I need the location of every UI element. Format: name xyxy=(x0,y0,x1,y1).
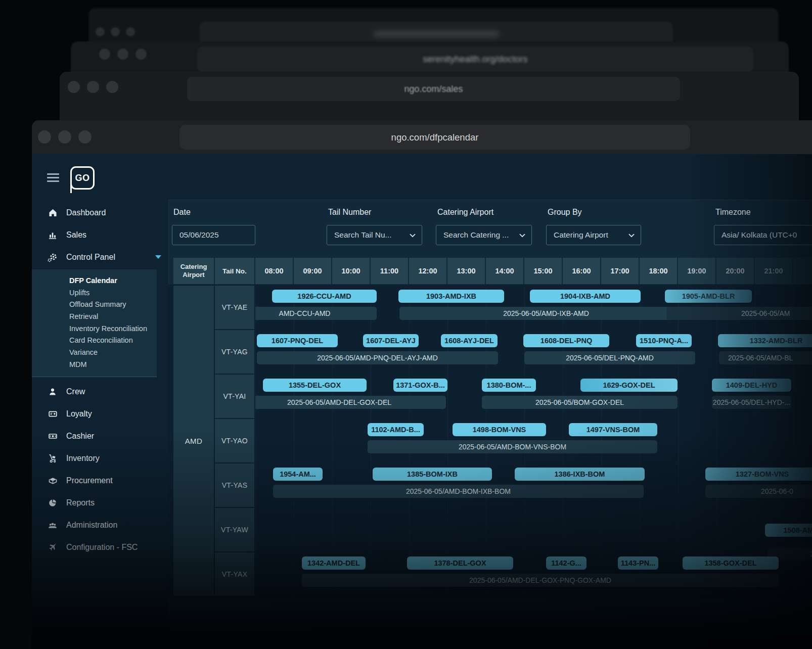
flight-bar-1608-ayj-del[interactable]: 1608-AYJ-DEL xyxy=(441,334,498,347)
submenu-item-variance[interactable]: Variance xyxy=(32,347,157,359)
flight-bar-1142-g[interactable]: 1142-G... xyxy=(546,557,587,570)
flight-bar-1607-del-ayj[interactable]: 1607-DEL-AYJ xyxy=(363,334,419,347)
window-controls xyxy=(68,81,118,93)
flight-bar-1926-ccu-amd[interactable]: 1926-CCU-AMD xyxy=(272,290,377,303)
group-bar-2025-06-05-amd-bom-vns-bom[interactable]: 2025-06-05/AMD-BOM-VNS-BOM xyxy=(368,440,657,453)
tail-number-select[interactable]: Search Tail Nu... xyxy=(327,225,422,245)
sidebar-item-label: Configuration - FSC xyxy=(66,543,138,552)
hour-header-2100: 21:00 xyxy=(755,258,792,284)
menu-toggle-button[interactable] xyxy=(47,173,59,182)
browser-chrome: ngo.com/dfpcalendar xyxy=(32,120,812,154)
sidebar-item-crew[interactable]: Crew xyxy=(32,381,168,403)
timeline-grid: 1926-CCU-AMD1903-AMD-IXB1904-IXB-AMD1905… xyxy=(255,286,812,598)
submenu-item-dfp-calendar[interactable]: DFP Calendar xyxy=(32,275,157,287)
browser-window: ngo.com/dfpcalendar GO DashboardSalesCon… xyxy=(32,120,812,649)
sidebar-item-loyalty[interactable]: Loyalty xyxy=(32,403,168,425)
flight-bar-1385-bom-ixb[interactable]: 1385-BOM-IXB xyxy=(373,468,492,481)
sidebar-item-label: Sales xyxy=(66,230,86,240)
close-icon xyxy=(96,27,105,36)
flight-bar-1903-amd-ixb[interactable]: 1903-AMD-IXB xyxy=(398,290,504,303)
close-icon[interactable] xyxy=(38,130,51,144)
flight-bar-1378-del-gox[interactable]: 1378-DEL-GOX xyxy=(407,557,513,570)
catering-airport-select[interactable]: Search Catering ... xyxy=(436,225,532,245)
group-bar-2025-06-05-amd-bl[interactable]: 2025-06-05/AMD-BL xyxy=(719,351,812,364)
sidebar-item-inventory[interactable]: Inventory xyxy=(32,447,168,470)
window-controls xyxy=(96,27,135,36)
hour-header-2000: 20:00 xyxy=(716,258,754,284)
group-bar-2025-06-05-amd-del-gox-del[interactable]: 2025-06-05/AMD-DEL-GOX-DEL xyxy=(255,396,446,409)
timezone-value: Asia/ Kolkata (UTC+0 xyxy=(721,230,797,240)
hour-header-partial xyxy=(793,258,812,284)
group-bar-2025-06-05-amd-del-gox-pnq-gox-amd[interactable]: 2025-06-05/AMD-DEL-GOX-PNQ-GOX-AMD xyxy=(302,574,779,587)
tail-number-label: Tail Number xyxy=(328,208,371,217)
group-bar-2025-06-05-amd-ixb-amd[interactable]: 2025-06-05/AMD-IXB-AMD xyxy=(399,307,693,320)
url-text: serenityhealth.org/doctors xyxy=(423,54,527,65)
flight-bar-1497-vns-bom[interactable]: 1497-VNS-BOM xyxy=(569,423,657,436)
minimize-icon[interactable] xyxy=(58,130,71,144)
submenu-item-offload-summary[interactable]: Offload Summary xyxy=(32,299,157,311)
flight-bar-1608-del-pnq[interactable]: 1608-DEL-PNQ xyxy=(523,334,609,347)
date-value: 05/06/2025 xyxy=(179,230,219,240)
group-bar-2025-06-05-amd-pnq-del-ayj-amd[interactable]: 2025-06-05/AMD-PNQ-DEL-AYJ-AMD xyxy=(257,351,498,364)
group-bar-2025-06-05-bom-gox-del[interactable]: 2025-06-05/BOM-GOX-DEL xyxy=(482,396,678,409)
hour-header-1000: 10:00 xyxy=(332,258,370,284)
sidebar-item-sales[interactable]: Sales xyxy=(32,224,168,246)
group-by-label: Group By xyxy=(548,208,582,217)
flight-bar-1332-amd-blr[interactable]: 1332-AMD-BLR xyxy=(718,334,812,347)
flight-bar-1342-amd-del[interactable]: 1342-AMD-DEL xyxy=(302,557,366,570)
sidebar-item-label: Loyalty xyxy=(66,409,92,419)
submenu-item-uplifts[interactable]: Uplifts xyxy=(32,287,157,299)
flight-bar-1327-bom-vns[interactable]: 1327-BOM-VNS xyxy=(705,468,812,481)
flight-bar-1607-pnq-del[interactable]: 1607-PNQ-DEL xyxy=(257,334,338,347)
flight-bar-1905-amd-blr[interactable]: 1905-AMD-BLR xyxy=(665,290,752,303)
group-bar-2025-06-05-del-pnq-amd[interactable]: 2025-06-05/DEL-PNQ-AMD xyxy=(524,351,695,364)
home-icon xyxy=(47,208,58,218)
sidebar-item-control-panel[interactable]: Control Panel xyxy=(32,246,168,268)
url-bar[interactable]: ngo.com/dfpcalendar xyxy=(179,125,690,150)
sidebar-item-administration[interactable]: Administration xyxy=(32,514,168,536)
flight-bar-1508-amd[interactable]: 1508-AMD-... xyxy=(765,524,812,537)
sidebar-item-configuration-fsc[interactable]: Configuration - FSC xyxy=(32,536,168,559)
sidebar-item-dashboard[interactable]: Dashboard xyxy=(32,202,168,224)
flight-bar-1629-gox-del[interactable]: 1629-GOX-DEL xyxy=(580,379,678,392)
sidebar-item-reports[interactable]: Reports xyxy=(32,492,168,514)
flight-bar-1498-bom-vns[interactable]: 1498-BOM-VNS xyxy=(453,423,546,436)
date-input[interactable]: 05/06/2025 xyxy=(172,225,255,245)
flight-bar-1386-ixb-bom[interactable]: 1386-IXB-BOM xyxy=(515,468,645,481)
flight-bar-1102-amd-b[interactable]: 1102-AMD-B... xyxy=(368,423,424,436)
group-bar-2025-06-0[interactable]: 2025-06-0 xyxy=(705,485,812,498)
flight-bar-1409-del-hyd[interactable]: 1409-DEL-HYD xyxy=(712,379,791,392)
submenu-item-card-reconciliation[interactable]: Card Reconciliation xyxy=(32,335,157,347)
flight-bar-1355-del-gox[interactable]: 1355-DEL-GOX xyxy=(263,379,367,392)
submenu-item-inventory-reconciliation[interactable]: Inventory Reconciliation xyxy=(32,323,157,335)
flight-bar-1143-pn[interactable]: 1143-PN... xyxy=(618,557,658,570)
window-controls[interactable] xyxy=(38,130,92,144)
url-bar[interactable]: ngo.com/sales xyxy=(187,77,680,101)
flight-bar-1358-gox-del[interactable]: 1358-GOX-DEL xyxy=(683,557,779,570)
pie-chart-icon xyxy=(47,498,58,508)
flight-bar-1380-bom[interactable]: 1380-BOM-... xyxy=(482,379,536,392)
tail-cell-vt-yag: VT-YAG xyxy=(215,330,254,374)
flight-bar-1371-gox-b[interactable]: 1371-GOX-B... xyxy=(393,379,447,392)
flight-bar-1904-ixb-amd[interactable]: 1904-IXB-AMD xyxy=(530,290,641,303)
id-card-icon xyxy=(47,409,58,419)
group-bar-2025-06-05-am[interactable]: 2025-06-05/AM xyxy=(666,307,812,320)
group-by-select[interactable]: Catering Airport xyxy=(546,225,641,245)
group-bar-2025-06-05-amd-bom-ixb-bom[interactable]: 2025-06-05/AMD-BOM-IXB-BOM xyxy=(273,485,644,498)
submenu-item-mdm[interactable]: MDM xyxy=(32,359,157,371)
tail-number-value: Search Tail Nu... xyxy=(334,230,391,240)
url-bar[interactable]: serenityhealth.org/doctors xyxy=(197,47,753,72)
timezone-select[interactable]: Asia/ Kolkata (UTC+0 xyxy=(714,225,812,245)
gear-icon xyxy=(47,252,58,262)
sidebar-item-procurement[interactable]: Procurement xyxy=(32,470,168,492)
sidebar-item-cashier[interactable]: Cashier xyxy=(32,425,168,447)
sidebar-item-label: Procurement xyxy=(66,476,113,485)
flight-bar-1510-pnq-a[interactable]: 1510-PNQ-A... xyxy=(636,334,692,347)
maximize-icon[interactable] xyxy=(78,130,92,144)
flight-bar-1954-am[interactable]: 1954-AM... xyxy=(273,468,323,481)
hour-header-1300: 13:00 xyxy=(447,258,485,284)
submenu-item-retrieval[interactable]: Retrieval xyxy=(32,311,157,323)
hour-header-1400: 14:00 xyxy=(486,258,523,284)
group-bar-amd-ccu-amd[interactable]: AMD-CCU-AMD xyxy=(255,307,377,320)
group-bar-2025-06-05-del-hyd[interactable]: 2025-06-05/DEL-HYD-... xyxy=(712,396,791,409)
